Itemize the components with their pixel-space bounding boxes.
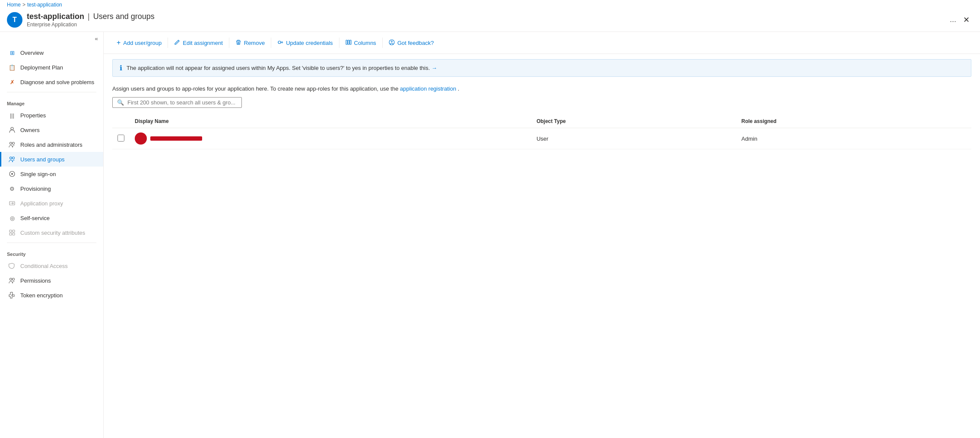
add-user-group-button[interactable]: + Add user/group: [112, 36, 166, 49]
toolbar-separator-2: [229, 38, 229, 48]
sidebar-item-owners[interactable]: Owners: [0, 123, 103, 137]
sidebar-item-properties[interactable]: ||| Properties: [0, 108, 103, 123]
table-header-row: Display Name Object Type Role assigned: [112, 115, 971, 128]
users-table: Display Name Object Type Role assigned: [112, 115, 971, 149]
remove-button[interactable]: Remove: [231, 37, 269, 49]
custom-security-icon: [8, 229, 16, 236]
svg-rect-17: [348, 40, 349, 44]
diagnose-icon: ✗: [8, 78, 16, 86]
add-icon: +: [117, 39, 121, 47]
toolbar-separator-1: [168, 38, 168, 48]
sidebar-collapse-button[interactable]: «: [0, 32, 103, 45]
description-text: Assign users and groups to app-roles for…: [104, 82, 980, 97]
sidebar-item-label: Permissions: [20, 277, 51, 284]
breadcrumb-home[interactable]: Home: [7, 2, 21, 8]
overview-icon: ⊞: [8, 49, 16, 57]
security-section-label: Security: [0, 246, 103, 258]
info-text: The application will not appear for assi…: [127, 65, 437, 71]
layout: « ⊞ Overview 📋 Deployment Plan ✗ Diagnos…: [0, 32, 980, 438]
sidebar-item-provisioning[interactable]: ⚙ Provisioning: [0, 181, 103, 196]
redacted-name-bar: [150, 136, 202, 141]
token-icon: [8, 291, 16, 299]
sidebar-item-diagnose[interactable]: ✗ Diagnose and solve problems: [0, 75, 103, 89]
svg-point-3: [10, 157, 12, 159]
section-name: Users and groups: [93, 12, 155, 21]
svg-rect-8: [10, 230, 12, 232]
sidebar-item-label: Properties: [20, 112, 46, 119]
close-button[interactable]: ✕: [960, 13, 973, 26]
search-input[interactable]: [127, 99, 237, 106]
roles-icon: [8, 141, 16, 148]
sidebar-item-label: Users and groups: [20, 156, 65, 163]
row-checkbox-cell[interactable]: [112, 128, 130, 149]
columns-button[interactable]: Columns: [341, 37, 381, 49]
permissions-icon: [8, 277, 16, 284]
sidebar-item-label: Diagnose and solve problems: [20, 79, 94, 85]
breadcrumb-separator: >: [22, 2, 25, 8]
sidebar-item-users-groups[interactable]: Users and groups: [0, 152, 103, 167]
sidebar-item-overview[interactable]: ⊞ Overview: [0, 45, 103, 60]
svg-rect-10: [10, 233, 12, 235]
sidebar-item-label: Self-service: [20, 215, 50, 221]
sidebar-item-label: Custom security attributes: [20, 230, 85, 236]
page-title: test-application | Users and groups: [27, 12, 946, 21]
sidebar-item-sso[interactable]: Single sign-on: [0, 167, 103, 181]
sidebar-item-roles-admins[interactable]: Roles and administrators: [0, 137, 103, 152]
sidebar-item-self-service[interactable]: ◎ Self-service: [0, 211, 103, 225]
feedback-button[interactable]: Got feedback?: [384, 37, 438, 49]
key-icon: [277, 39, 283, 47]
svg-point-4: [13, 157, 15, 159]
breadcrumb-app[interactable]: test-application: [27, 2, 62, 8]
sidebar-item-label: Overview: [20, 50, 44, 56]
svg-point-2: [13, 142, 15, 145]
security-divider: [7, 243, 96, 243]
sidebar-item-deployment-plan[interactable]: 📋 Deployment Plan: [0, 60, 103, 75]
ellipsis-button[interactable]: ...: [946, 13, 960, 26]
display-name-header[interactable]: Display Name: [130, 115, 531, 128]
columns-icon: [346, 39, 352, 47]
toolbar-separator-4: [339, 38, 339, 48]
top-bar: T test-application | Users and groups En…: [0, 8, 980, 32]
properties-icon: |||: [8, 111, 16, 119]
sidebar-item-token-encryption[interactable]: Token encryption: [0, 288, 103, 303]
toolbar-separator-3: [271, 38, 271, 48]
sidebar-item-label: Conditional Access: [20, 263, 68, 269]
app-registration-link[interactable]: application registration: [400, 85, 456, 92]
search-box: 🔍: [112, 97, 242, 108]
display-name-cell: [130, 128, 531, 149]
info-banner-link[interactable]: →: [431, 65, 437, 71]
owners-icon: [8, 126, 16, 134]
app-proxy-icon: [8, 199, 16, 207]
svg-point-15: [278, 41, 281, 44]
self-service-icon: ◎: [8, 214, 16, 222]
user-avatar: [135, 132, 147, 145]
table-row[interactable]: User Admin: [112, 128, 971, 149]
sidebar-item-conditional-access: Conditional Access: [0, 258, 103, 273]
update-credentials-button[interactable]: Update credentials: [273, 37, 337, 49]
sidebar: « ⊞ Overview 📋 Deployment Plan ✗ Diagnos…: [0, 32, 104, 438]
title-separator: |: [88, 12, 90, 21]
sidebar-item-permissions[interactable]: Permissions: [0, 273, 103, 288]
role-assigned-header[interactable]: Role assigned: [736, 115, 971, 128]
svg-point-1: [10, 142, 12, 145]
avatar: T: [7, 12, 22, 28]
row-checkbox[interactable]: [117, 135, 124, 142]
edit-assignment-button[interactable]: Edit assignment: [170, 37, 227, 49]
title-block: test-application | Users and groups Ente…: [27, 12, 946, 28]
svg-point-20: [391, 41, 392, 42]
toolbar-separator-5: [382, 38, 383, 48]
users-icon: [8, 155, 16, 163]
breadcrumb: Home > test-application: [0, 0, 980, 8]
sidebar-item-label: Application proxy: [20, 200, 63, 207]
toolbar: + Add user/group Edit assignment Remove: [104, 32, 980, 54]
object-type-header[interactable]: Object Type: [531, 115, 736, 128]
sso-icon: [8, 170, 16, 178]
table-wrapper: Display Name Object Type Role assigned: [104, 115, 980, 149]
sidebar-item-label: Roles and administrators: [20, 142, 82, 148]
svg-rect-9: [13, 230, 15, 232]
provisioning-icon: ⚙: [8, 185, 16, 192]
svg-point-0: [11, 127, 13, 130]
app-name: test-application: [27, 12, 84, 21]
sidebar-item-label: Token encryption: [20, 292, 63, 299]
svg-point-14: [12, 295, 13, 296]
